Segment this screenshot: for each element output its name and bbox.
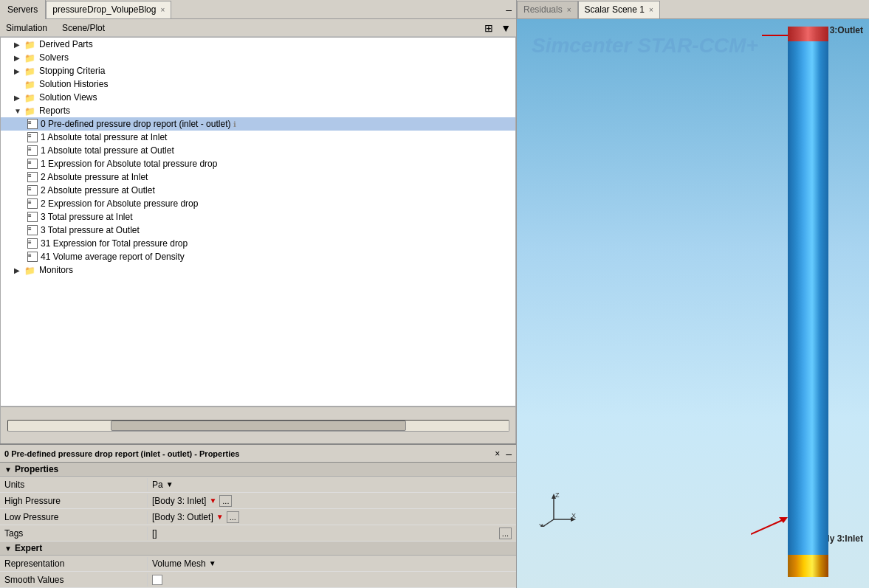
report-item-5[interactable]: ≡ 2 Absolute pressure at Outlet xyxy=(1,184,515,197)
sync-icon[interactable]: ⊞ xyxy=(482,21,495,35)
solution-views-label: Solution Views xyxy=(39,92,97,103)
report-item-7[interactable]: ≡ 3 Total pressure at Inlet xyxy=(1,210,515,224)
residuals-tab[interactable]: Residuals × xyxy=(517,1,578,18)
report-doc-icon-0: ≡ xyxy=(27,119,38,129)
expert-section-label: Expert xyxy=(15,543,42,553)
representation-value: Volume Mesh ▼ xyxy=(148,557,516,570)
servers-tab[interactable]: Servers xyxy=(0,0,46,19)
report-item-label-0: 0 Pre-defined pressure drop report (inle… xyxy=(41,119,230,129)
expert-section-toggle[interactable]: ▼ xyxy=(4,544,12,553)
units-dropdown-arrow[interactable]: ▼ xyxy=(166,480,174,488)
representation-row: Representation Volume Mesh ▼ xyxy=(0,556,516,572)
properties-minimize-button[interactable]: – xyxy=(506,448,512,460)
tags-value-text: [] xyxy=(152,528,157,539)
main-tab[interactable]: pressureDrop_VolupeBlog × xyxy=(46,1,171,18)
scene-area: Simcenter STAR-CCM+ Body 3:Outlet Body 3… xyxy=(517,19,869,588)
report-item-8[interactable]: ≡ 3 Total pressure at Outlet xyxy=(1,224,515,237)
menu-bar: Simulation Scene/Plot ⊞ ▼ xyxy=(0,19,516,37)
report-item-4[interactable]: ≡ 2 Absolute pressure at Inlet xyxy=(1,170,515,184)
scene-plot-menu[interactable]: Scene/Plot xyxy=(59,21,108,35)
derived-parts-toggle[interactable]: ▶ xyxy=(14,41,24,49)
report-item-10[interactable]: ≡ 41 Volume average report of Density xyxy=(1,250,515,263)
report-doc-icon-8: ≡ xyxy=(27,225,38,235)
properties-section-toggle[interactable]: ▼ xyxy=(4,466,12,474)
left-panel-minimize[interactable]: – xyxy=(501,2,516,17)
reports-item[interactable]: ▼ 📁 Reports xyxy=(1,104,515,117)
reports-label: Reports xyxy=(39,106,70,116)
scalar-scene-tab-label: Scalar Scene 1 xyxy=(585,4,645,15)
high-pressure-row: High Pressure [Body 3: Inlet] ▼ ... xyxy=(0,493,516,509)
report-item-label-5: 2 Absolute pressure at Outlet xyxy=(41,185,155,196)
solvers-toggle[interactable]: ▶ xyxy=(14,54,24,62)
monitors-toggle[interactable]: ▶ xyxy=(14,266,24,274)
smooth-values-row: Smooth Values xyxy=(0,572,516,588)
monitors-label: Monitors xyxy=(39,265,73,275)
solution-histories-item[interactable]: ▶ 📁 Solution Histories xyxy=(1,77,515,91)
brand-text: Simcenter STAR-CCM+ xyxy=(532,34,758,58)
report-doc-icon-10: ≡ xyxy=(27,252,38,262)
derived-parts-item[interactable]: ▶ 📁 Derived Parts xyxy=(1,38,515,51)
scrollbar-track[interactable] xyxy=(7,420,509,432)
report-item-3[interactable]: ≡ 1 Expression for Absolute total pressu… xyxy=(1,157,515,170)
residuals-tab-close[interactable]: × xyxy=(567,6,571,14)
smooth-values-checkbox[interactable] xyxy=(152,575,162,585)
report-item-1[interactable]: ≡ 1 Absolute total pressure at Inlet xyxy=(1,131,515,144)
properties-panel: 0 Pre-defined pressure drop report (inle… xyxy=(0,443,516,588)
reports-folder-icon: 📁 xyxy=(24,106,36,115)
arrow-icon[interactable]: ▼ xyxy=(498,21,513,35)
report-item-label-4: 2 Absolute pressure at Inlet xyxy=(41,172,148,182)
representation-dropdown-arrow[interactable]: ▼ xyxy=(209,559,216,567)
stopping-criteria-item[interactable]: ▶ 📁 Stopping Criteria xyxy=(1,64,515,77)
report-item-2[interactable]: ≡ 1 Absolute total pressure at Outlet xyxy=(1,144,515,157)
svg-marker-3 xyxy=(779,517,788,523)
report-item-label-9: 31 Expression for Total pressure drop xyxy=(41,238,188,249)
report-item-9[interactable]: ≡ 31 Expression for Total pressure drop xyxy=(1,237,515,250)
report-doc-icon-7: ≡ xyxy=(27,212,38,222)
report-item-label-7: 3 Total pressure at Inlet xyxy=(41,212,133,222)
properties-close-button[interactable]: × xyxy=(495,449,500,459)
axes-svg: Z Y X xyxy=(539,490,576,527)
scrollbar-thumb[interactable] xyxy=(111,421,406,431)
tube-visualization xyxy=(788,27,828,577)
solution-views-toggle[interactable]: ▶ xyxy=(14,94,24,102)
stopping-criteria-label: Stopping Criteria xyxy=(39,66,105,76)
scalar-scene-tab-close[interactable]: × xyxy=(649,6,653,14)
expert-section-header[interactable]: ▼ Expert xyxy=(0,542,516,556)
solvers-label: Solvers xyxy=(39,52,69,63)
tube-bottom-inlet xyxy=(788,555,828,577)
properties-section-header[interactable]: ▼ Properties xyxy=(0,463,516,477)
solution-histories-folder-icon: 📁 xyxy=(24,80,36,89)
smooth-values-value xyxy=(148,573,516,587)
monitors-item[interactable]: ▶ 📁 Monitors xyxy=(1,263,515,277)
high-pressure-ellipsis-button[interactable]: ... xyxy=(219,495,232,507)
menu-icons: ⊞ ▼ xyxy=(482,21,513,35)
representation-label: Representation xyxy=(0,557,148,570)
solution-views-item[interactable]: ▶ 📁 Solution Views xyxy=(1,91,515,104)
main-tab-close[interactable]: × xyxy=(160,6,165,14)
derived-parts-folder-icon: 📁 xyxy=(24,40,36,49)
svg-text:Y: Y xyxy=(539,522,543,527)
scalar-scene-tab[interactable]: Scalar Scene 1 × xyxy=(578,1,660,18)
main-tab-label: pressureDrop_VolupeBlog xyxy=(52,4,156,15)
units-dropdown[interactable]: Pa ▼ xyxy=(152,480,174,490)
tags-ellipsis-button[interactable]: ... xyxy=(499,528,512,539)
report-item-label-1: 1 Absolute total pressure at Inlet xyxy=(41,132,167,142)
stopping-criteria-toggle[interactable]: ▶ xyxy=(14,67,24,75)
coord-axes: Z Y X xyxy=(539,490,576,529)
report-doc-icon-3: ≡ xyxy=(27,159,38,169)
report-item-label-8: 3 Total pressure at Outlet xyxy=(41,225,140,235)
report-item-0[interactable]: ≡ 0 Pre-defined pressure drop report (in… xyxy=(1,117,515,131)
reports-toggle[interactable]: ▼ xyxy=(14,107,24,115)
low-pressure-ellipsis-button[interactable]: ... xyxy=(227,511,239,523)
info-icon: ℹ xyxy=(233,120,236,128)
solvers-item[interactable]: ▶ 📁 Solvers xyxy=(1,51,515,64)
tab-bar: Servers pressureDrop_VolupeBlog × – xyxy=(0,0,516,19)
simulation-menu[interactable]: Simulation xyxy=(3,21,50,35)
representation-dropdown[interactable]: Volume Mesh ▼ xyxy=(152,558,216,569)
solvers-folder-icon: 📁 xyxy=(24,53,36,62)
units-label: Units xyxy=(0,478,148,491)
report-item-6[interactable]: ≡ 2 Expression for Absolute pressure dro… xyxy=(1,197,515,210)
smooth-values-label: Smooth Values xyxy=(0,573,148,587)
high-pressure-filter-icon[interactable]: ▼ xyxy=(209,497,216,505)
low-pressure-filter-icon[interactable]: ▼ xyxy=(216,513,224,521)
